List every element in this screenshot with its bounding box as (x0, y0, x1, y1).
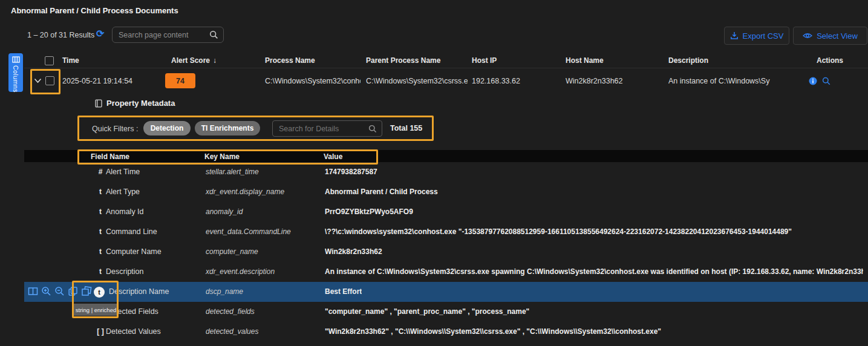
page-search-input[interactable] (117, 30, 209, 40)
field-value: "computer_name" , "parent_proc_name" , "… (325, 302, 529, 322)
row-actions (809, 77, 830, 85)
search-action-icon[interactable] (822, 77, 830, 85)
zoom-out-icon[interactable] (54, 286, 65, 299)
key-name: computer_name (206, 242, 258, 262)
key-name: xdr_event.description (206, 262, 275, 282)
cell-time: 2025-05-21 19:14:54 (62, 77, 159, 85)
header-divider (24, 68, 868, 68)
alert-score-badge: 74 (165, 73, 195, 88)
meta-row-alert-time[interactable]: # Alert Time stellar.alert_time 17479382… (24, 162, 868, 182)
filter-pill-detection[interactable]: Detection (143, 121, 191, 135)
field-value: "Win2k8r2n33h62" , "C:\\Windows\\System3… (325, 322, 661, 342)
field-name: Alert Time (106, 162, 140, 182)
book-icon (94, 99, 103, 108)
field-name: Computer Name (106, 242, 162, 262)
field-value: Win2k8r2n33h62 (325, 242, 382, 262)
col-header-parent-process-name[interactable]: Parent Process Name (366, 56, 440, 65)
search-icon (368, 125, 377, 133)
row-expand-chevron-icon[interactable] (34, 78, 42, 83)
select-all-checkbox[interactable] (45, 56, 54, 65)
meta-col-key-name: Key Name (204, 152, 240, 161)
key-name: anomaly_id (206, 202, 243, 222)
enriched-string-type-icon: t (94, 287, 105, 298)
columns-panel-button[interactable]: Columns (8, 53, 23, 92)
field-name: Description (106, 262, 144, 282)
col-header-process-name[interactable]: Process Name (265, 56, 315, 65)
meta-col-value: Value (324, 152, 342, 161)
details-search-box[interactable] (272, 120, 382, 137)
download-icon (730, 31, 739, 40)
filter-pill-ti-enrichments[interactable]: TI Enrichments (195, 121, 260, 135)
meta-row-detected-values[interactable]: [ ] Detected Values detected_values "Win… (24, 322, 868, 342)
row-hover-toolbar (28, 286, 92, 299)
page-search-box[interactable] (112, 27, 224, 43)
alert-score-label: Alert Score (171, 56, 210, 65)
field-name: Detected Values (106, 322, 161, 342)
meta-col-field-name: Field Name (91, 152, 129, 161)
meta-row-alert-type[interactable]: t Alert Type xdr_event.display_name Abno… (24, 182, 868, 202)
columns-button-label: Columns (12, 65, 19, 93)
details-search-input[interactable] (278, 124, 368, 134)
copy-icon[interactable] (68, 286, 78, 299)
meta-row-anomaly-id[interactable]: t Anomaly Id anomaly_id PrrO9ZYBktzPWyo5… (24, 202, 868, 222)
cell-description: An instance of C:\Windows\Sy (668, 77, 804, 85)
field-value: \??\c:\windows\system32\conhost.exe "-13… (325, 222, 792, 242)
field-name: Anomaly Id (106, 202, 144, 222)
key-name: xdr_event.display_name (206, 182, 284, 202)
field-name: Command Line (106, 222, 157, 242)
cell-process-name: C:\Windows\System32\conho (265, 77, 361, 85)
property-metadata-title: Property Metadata (106, 99, 175, 108)
zoom-in-icon[interactable] (41, 286, 51, 299)
key-name: dscp_name (206, 282, 243, 302)
metadata-header-strip (24, 150, 868, 162)
field-value: Abnormal Parent / Child Process (325, 182, 438, 202)
col-header-time[interactable]: Time (62, 56, 79, 65)
meta-row-description-name[interactable]: t Description Name dscp_name Best Effort (24, 282, 868, 302)
key-name: stellar.alert_time (206, 162, 259, 182)
col-header-description[interactable]: Description (668, 56, 708, 65)
total-count: Total 155 (390, 124, 422, 132)
col-header-actions: Actions (817, 56, 843, 65)
field-name: Description Name (109, 282, 169, 302)
refresh-icon[interactable]: ⟳ (96, 28, 104, 39)
results-count: 1 – 20 of 31 Results (27, 31, 94, 39)
export-csv-label: Export CSV (743, 31, 784, 41)
meta-row-description[interactable]: t Description xdr_event.description An i… (24, 262, 868, 282)
quick-filters-label: Quick Filters : (92, 125, 138, 133)
table-columns-icon (12, 56, 20, 63)
meta-row-command-line[interactable]: t Command Line event_data.CommandLine \?… (24, 222, 868, 242)
type-tooltip: string | enriched (73, 304, 119, 316)
row-checkbox[interactable] (45, 76, 54, 85)
sort-desc-icon[interactable]: ↓ (213, 56, 217, 65)
col-header-host-ip[interactable]: Host IP (472, 56, 497, 65)
info-icon[interactable] (809, 77, 817, 85)
meta-row-detected-fields[interactable]: [ ] Detected Fields detected_fields "com… (24, 302, 868, 322)
field-value: 1747938287587 (325, 162, 377, 182)
key-name: event_data.CommandLine (206, 222, 291, 242)
page-title: Abnormal Parent / Child Process Document… (11, 6, 178, 15)
eye-icon (803, 32, 812, 39)
cell-host-ip: 192.168.33.62 (472, 77, 556, 85)
cell-host-name: Win2k8r2n33h62 (566, 77, 656, 85)
field-name: Alert Type (106, 182, 140, 202)
cell-parent-process-name: C:\Windows\System32\csrss.e (366, 77, 468, 85)
app-screen: Abnormal Parent / Child Process Document… (0, 0, 868, 346)
copy-enriched-icon[interactable] (81, 286, 92, 299)
key-name: detected_fields (206, 302, 255, 322)
col-header-host-name[interactable]: Host Name (566, 56, 604, 65)
field-value: An instance of C:\Windows\System32\csrss… (325, 262, 863, 282)
search-icon (209, 30, 218, 39)
col-header-alert-score[interactable]: Alert Score ↓ (171, 56, 217, 65)
select-view-label: Select View (817, 31, 858, 41)
split-columns-icon[interactable] (28, 286, 38, 299)
field-value: PrrO9ZYBktzPWyo5AFO9 (325, 202, 413, 222)
key-name: detected_values (206, 322, 258, 342)
select-view-button[interactable]: Select View (793, 27, 867, 45)
export-csv-button[interactable]: Export CSV (724, 27, 789, 45)
field-value: Best Effort (325, 282, 362, 302)
meta-row-computer-name[interactable]: t Computer Name computer_name Win2k8r2n3… (24, 242, 868, 262)
